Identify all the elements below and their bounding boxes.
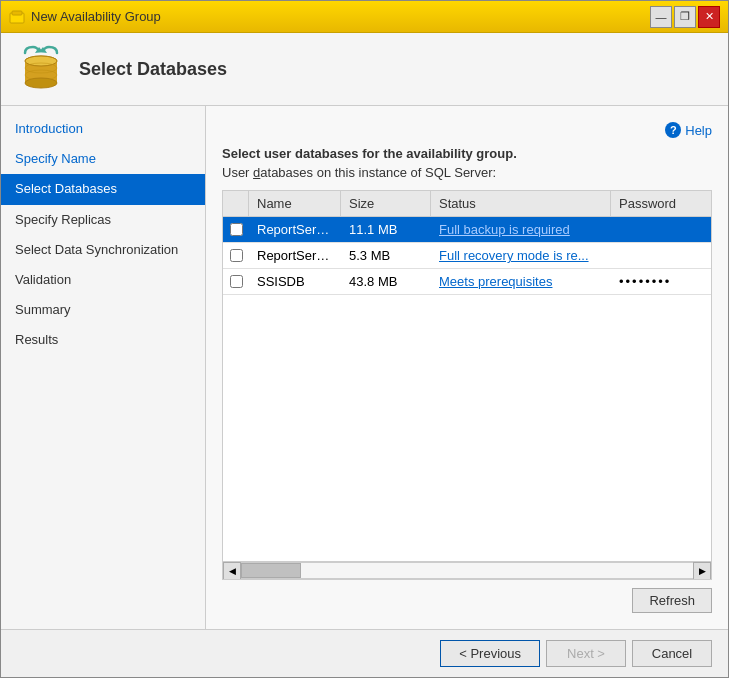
row1-size: 11.1 MB <box>341 218 431 241</box>
main-panel: ? Help Select user databases for the ava… <box>206 106 728 629</box>
scroll-left-arrow[interactable]: ◀ <box>223 562 241 580</box>
title-bar-left: New Availability Group <box>9 9 161 25</box>
table-row[interactable]: ReportServer$SSISSQLSER... 5.3 MB Full r… <box>223 243 711 269</box>
header-area: Select Databases <box>1 33 728 106</box>
row1-checkbox[interactable] <box>230 223 243 236</box>
sidebar-item-summary: Summary <box>1 295 205 325</box>
close-button[interactable]: ✕ <box>698 6 720 28</box>
database-icon <box>17 45 65 93</box>
table-row[interactable]: ReportServer$SSISSQLSER... 11.1 MB Full … <box>223 217 711 243</box>
help-icon: ? <box>665 122 681 138</box>
footer: < Previous Next > Cancel <box>1 629 728 677</box>
content-area: Introduction Specify Name Select Databas… <box>1 106 728 629</box>
sidebar: Introduction Specify Name Select Databas… <box>1 106 206 629</box>
col-password: Password <box>611 191 711 216</box>
previous-button[interactable]: < Previous <box>440 640 540 667</box>
row3-checkbox[interactable] <box>230 275 243 288</box>
scroll-right-arrow[interactable]: ▶ <box>693 562 711 580</box>
scroll-track[interactable] <box>241 562 693 579</box>
table-row[interactable]: SSISDB 43.8 MB Meets prerequisites •••••… <box>223 269 711 295</box>
row2-checkbox-cell[interactable] <box>223 245 249 266</box>
sidebar-item-specify-name[interactable]: Specify Name <box>1 144 205 174</box>
row1-status-link[interactable]: Full backup is required <box>439 222 570 237</box>
row2-status[interactable]: Full recovery mode is re... <box>431 244 611 267</box>
col-size: Size <box>341 191 431 216</box>
subtitle-underline: d <box>253 165 260 180</box>
svg-rect-1 <box>12 11 22 15</box>
title-bar: New Availability Group — ❐ ✕ <box>1 1 728 33</box>
sidebar-item-introduction[interactable]: Introduction <box>1 114 205 144</box>
refresh-row: Refresh <box>222 588 712 613</box>
row1-status[interactable]: Full backup is required <box>431 218 611 241</box>
help-label: Help <box>685 123 712 138</box>
database-table: Name Size Status Password ReportServer$S… <box>222 190 712 580</box>
row3-size: 43.8 MB <box>341 270 431 293</box>
maximize-button[interactable]: ❐ <box>674 6 696 28</box>
row1-checkbox-cell[interactable] <box>223 219 249 240</box>
minimize-button[interactable]: — <box>650 6 672 28</box>
scroll-thumb[interactable] <box>241 563 301 578</box>
main-window: New Availability Group — ❐ ✕ <box>0 0 729 678</box>
col-status: Status <box>431 191 611 216</box>
row2-password <box>611 252 711 260</box>
help-link[interactable]: ? Help <box>665 122 712 138</box>
row3-name: SSISDB <box>249 270 341 293</box>
row1-name: ReportServer$SSISSQLSER... <box>249 218 341 241</box>
page-header-title: Select Databases <box>79 59 227 80</box>
row3-status-link[interactable]: Meets prerequisites <box>439 274 552 289</box>
row2-size: 5.3 MB <box>341 244 431 267</box>
row2-name: ReportServer$SSISSQLSER... <box>249 244 341 267</box>
table-header: Name Size Status Password <box>223 191 711 217</box>
row3-password: •••••••• <box>611 270 711 293</box>
sidebar-item-select-data-sync: Select Data Synchronization <box>1 235 205 265</box>
sidebar-item-specify-replicas: Specify Replicas <box>1 205 205 235</box>
app-icon <box>9 9 25 25</box>
row2-status-link[interactable]: Full recovery mode is re... <box>439 248 589 263</box>
cancel-button[interactable]: Cancel <box>632 640 712 667</box>
col-name: Name <box>249 191 341 216</box>
row3-status[interactable]: Meets prerequisites <box>431 270 611 293</box>
help-row: ? Help <box>222 122 712 138</box>
sidebar-item-results: Results <box>1 325 205 355</box>
title-controls: — ❐ ✕ <box>650 6 720 28</box>
section-subtitle: User databases on this instance of SQL S… <box>222 165 712 180</box>
horizontal-scrollbar[interactable]: ◀ ▶ <box>223 561 711 579</box>
window-title: New Availability Group <box>31 9 161 24</box>
sidebar-item-validation: Validation <box>1 265 205 295</box>
row2-checkbox[interactable] <box>230 249 243 262</box>
next-button[interactable]: Next > <box>546 640 626 667</box>
section-title: Select user databases for the availabili… <box>222 146 712 161</box>
row3-checkbox-cell[interactable] <box>223 271 249 292</box>
col-checkbox <box>223 191 249 216</box>
refresh-button[interactable]: Refresh <box>632 588 712 613</box>
row1-password <box>611 226 711 234</box>
sidebar-item-select-databases[interactable]: Select Databases <box>1 174 205 204</box>
table-body: ReportServer$SSISSQLSER... 11.1 MB Full … <box>223 217 711 561</box>
